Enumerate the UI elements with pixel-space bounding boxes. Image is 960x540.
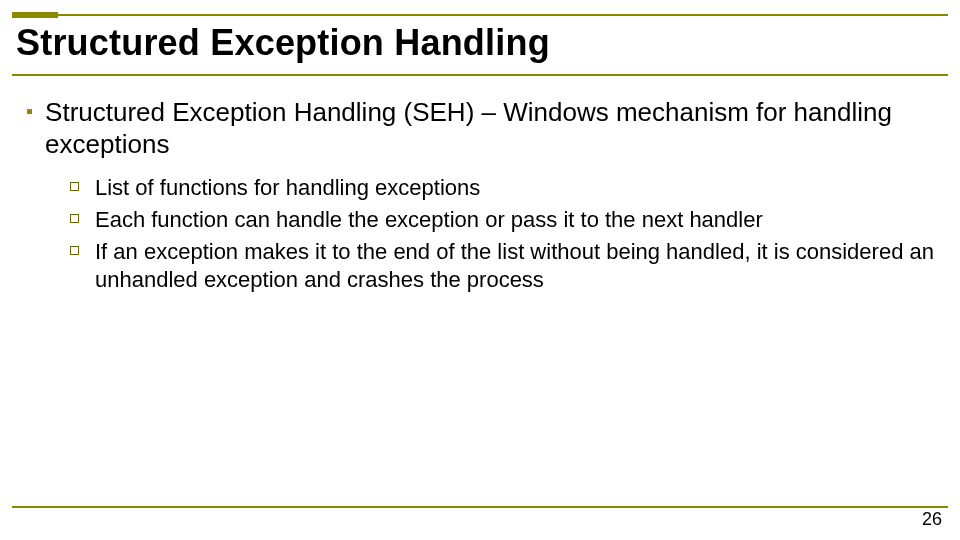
sub-point-text: If an exception makes it to the end of t…	[95, 238, 940, 294]
slide: Structured Exception Handling ▪ Structur…	[0, 0, 960, 540]
top-rule	[12, 14, 948, 16]
slide-content: ▪ Structured Exception Handling (SEH) – …	[26, 96, 940, 298]
slide-title: Structured Exception Handling	[16, 22, 550, 64]
hollow-square-icon	[70, 214, 79, 223]
sub-bullet-group: List of functions for handling exception…	[70, 174, 940, 294]
sub-point-text: Each function can handle the exception o…	[95, 206, 763, 234]
bullet-level2: List of functions for handling exception…	[70, 174, 940, 202]
top-rule-accent	[12, 12, 58, 18]
sub-point-text: List of functions for handling exception…	[95, 174, 480, 202]
hollow-square-icon	[70, 246, 79, 255]
bullet-level2: Each function can handle the exception o…	[70, 206, 940, 234]
bullet-level1: ▪ Structured Exception Handling (SEH) – …	[26, 96, 940, 160]
bottom-rule	[12, 506, 948, 508]
square-bullet-icon: ▪	[26, 96, 33, 126]
hollow-square-icon	[70, 182, 79, 191]
title-underline	[12, 74, 948, 76]
main-point-text: Structured Exception Handling (SEH) – Wi…	[45, 96, 940, 160]
page-number: 26	[922, 509, 942, 530]
bullet-level2: If an exception makes it to the end of t…	[70, 238, 940, 294]
